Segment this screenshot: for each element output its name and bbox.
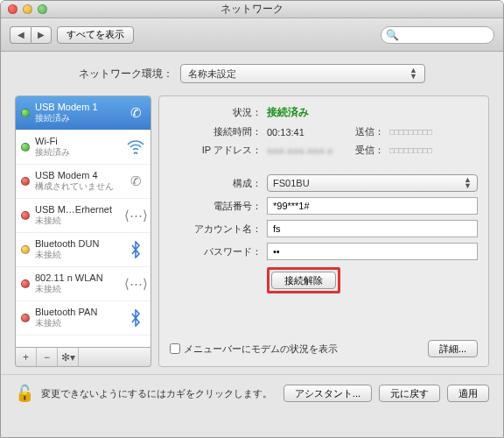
status-dot-icon <box>21 109 30 117</box>
window-title: ネットワーク <box>1 2 503 17</box>
interface-name: Bluetooth DUN <box>35 238 121 249</box>
status-dot-icon <box>21 245 30 254</box>
titlebar[interactable]: ネットワーク <box>1 1 503 18</box>
sidebar-footer: + − ✻▾ <box>15 348 151 367</box>
interface-status: 未接続 <box>35 283 121 295</box>
back-button[interactable]: ◀ <box>10 26 31 44</box>
status-dot-icon <box>21 143 30 152</box>
sidebar-item-bluetooth-dun[interactable]: Bluetooth DUN 未接続 <box>16 233 150 267</box>
sidebar-item-usb-modem-1[interactable]: USB Modem 1 接続済み ✆ <box>16 96 150 131</box>
ip-value: ●●●.●●●.●●●.● <box>267 145 335 156</box>
advanced-button[interactable]: 詳細... <box>428 340 478 357</box>
sidebar-item-bluetooth-pan[interactable]: Bluetooth PAN 未接続 <box>16 301 150 336</box>
config-select[interactable]: FS01BU ▲▼ <box>267 174 478 192</box>
conn-time-label: 接続時間： <box>170 125 262 138</box>
lock-icon[interactable]: 🔓 <box>15 384 34 403</box>
interface-name: USB M…Erhernet <box>35 204 121 215</box>
interface-name: 802.11 n WLAN <box>35 272 121 283</box>
bluetooth-icon <box>126 308 145 328</box>
interface-name: Bluetooth PAN <box>35 307 121 317</box>
revert-button[interactable]: 元に戻す <box>379 385 440 402</box>
sidebar-item-wlan[interactable]: 802.11 n WLAN 未接続 ⟨⋯⟩ <box>16 267 150 301</box>
status-value: 接続済み <box>267 105 478 120</box>
bluetooth-icon <box>126 240 145 259</box>
detail-panel: 状況： 接続済み 接続時間： 00:13:41 送信： □□□□□□□□□ IP… <box>158 95 489 367</box>
config-label: 構成： <box>170 177 262 190</box>
location-value: 名称未設定 <box>188 67 236 81</box>
phone-input[interactable] <box>267 197 478 215</box>
sidebar-item-wifi[interactable]: Wi-Fi 接続済み <box>16 131 150 165</box>
sent-value: □□□□□□□□□ <box>389 128 458 137</box>
ethernet-icon: ⟨⋯⟩ <box>126 274 145 293</box>
account-label: アカウント名： <box>170 223 262 236</box>
status-label: 状況： <box>170 106 262 119</box>
status-dot-icon <box>21 314 30 322</box>
sent-label: 送信： <box>347 125 384 138</box>
add-interface-button[interactable]: + <box>16 348 37 366</box>
sidebar-item-usb-ethernet[interactable]: USB M…Erhernet 未接続 ⟨⋯⟩ <box>16 199 150 233</box>
interface-status: 構成されていません <box>35 180 121 193</box>
assistant-button[interactable]: アシスタント... <box>284 385 372 402</box>
wifi-icon <box>126 138 145 157</box>
phone-icon: ✆ <box>126 103 145 123</box>
remove-interface-button[interactable]: − <box>37 348 58 366</box>
show-modem-status-checkbox[interactable]: メニューバーにモデムの状況を表示 <box>170 343 338 356</box>
location-label: ネットワーク環境： <box>79 67 173 81</box>
interface-sidebar: USB Modem 1 接続済み ✆ Wi-Fi 接続済み <box>15 95 151 367</box>
forward-button[interactable]: ▶ <box>31 26 52 44</box>
sidebar-item-usb-modem-4[interactable]: USB Modem 4 構成されていません ✆ <box>16 165 150 199</box>
interface-name: USB Modem 4 <box>35 170 121 180</box>
interface-status: 未接続 <box>35 249 121 261</box>
search-icon: 🔍 <box>386 29 399 41</box>
show-all-button[interactable]: すべてを表示 <box>57 26 134 44</box>
search-box: 🔍 <box>381 26 494 44</box>
detail-footer: メニューバーにモデムの状況を表示 詳細... <box>170 340 478 357</box>
recv-label: 受信： <box>347 144 384 157</box>
ethernet-icon: ⟨⋯⟩ <box>126 206 145 225</box>
account-input[interactable] <box>267 220 478 237</box>
status-dot-icon <box>21 211 30 220</box>
disconnect-highlight: 接続解除 <box>267 267 340 293</box>
nav-buttons: ◀ ▶ <box>10 26 52 44</box>
network-prefs-window: ネットワーク ◀ ▶ すべてを表示 🔍 ネットワーク環境： 名称未設定 ▲▼ <box>0 0 504 438</box>
location-row: ネットワーク環境： 名称未設定 ▲▼ <box>15 64 489 83</box>
show-modem-check-input[interactable] <box>170 343 180 354</box>
recv-value: □□□□□□□□□ <box>389 146 458 155</box>
status-dot-icon <box>21 177 30 186</box>
interface-name: USB Modem 1 <box>35 102 121 112</box>
disconnect-button[interactable]: 接続解除 <box>271 272 336 289</box>
phone-icon: ✆ <box>126 172 145 191</box>
chevron-updown-icon: ▲▼ <box>464 177 472 189</box>
status-dot-icon <box>21 279 30 288</box>
interface-status: 未接続 <box>35 215 121 227</box>
conn-time-value: 00:13:41 <box>267 127 335 138</box>
chevron-updown-icon: ▲▼ <box>410 67 417 80</box>
password-input[interactable] <box>267 243 478 260</box>
lock-message: 変更できないようにするにはカギをクリックします。 <box>41 387 276 400</box>
interface-status: 接続済み <box>35 146 121 159</box>
phone-label: 電話番号： <box>170 200 262 213</box>
interface-status: 未接続 <box>35 317 121 329</box>
apply-button[interactable]: 適用 <box>447 385 489 402</box>
interface-list[interactable]: USB Modem 1 接続済み ✆ Wi-Fi 接続済み <box>15 95 151 348</box>
ip-label: IP アドレス： <box>170 144 262 157</box>
interface-status: 接続済み <box>35 112 121 124</box>
password-label: パスワード： <box>170 245 262 258</box>
toolbar: ◀ ▶ すべてを表示 🔍 <box>1 18 503 52</box>
interface-name: Wi-Fi <box>35 136 121 146</box>
location-select[interactable]: 名称未設定 ▲▼ <box>180 64 425 83</box>
config-value: FS01BU <box>273 178 310 188</box>
sidebar-gear-button[interactable]: ✻▾ <box>58 348 79 366</box>
window-footer: 🔓 変更できないようにするにはカギをクリックします。 アシスタント... 元に戻… <box>1 374 503 412</box>
show-modem-label: メニューバーにモデムの状況を表示 <box>184 343 338 356</box>
